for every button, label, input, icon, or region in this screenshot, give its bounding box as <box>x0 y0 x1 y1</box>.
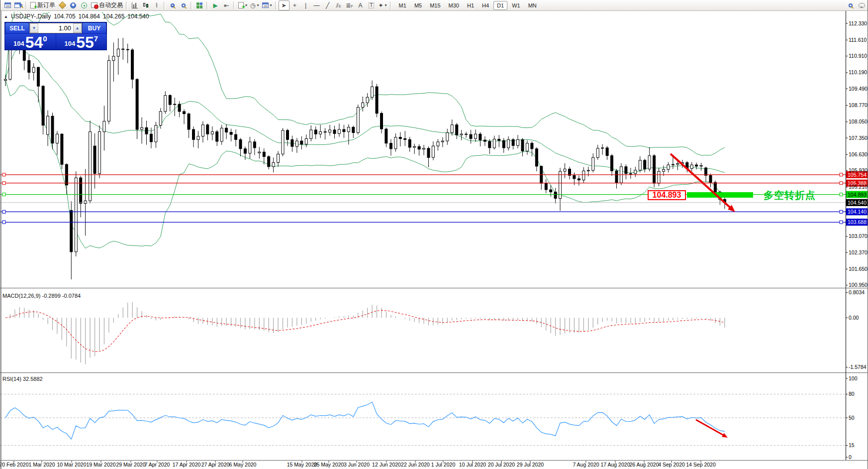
line-handle[interactable] <box>840 210 843 213</box>
zoom-out-button[interactable]: - <box>178 0 189 10</box>
new-order-button[interactable]: 新订单 <box>29 0 57 10</box>
timeframe-h1[interactable]: H1 <box>464 1 478 10</box>
candle-body <box>117 49 119 56</box>
highlight-rectangle[interactable] <box>687 192 753 198</box>
buy-button[interactable]: BUY <box>83 23 106 33</box>
candle-body <box>460 134 463 135</box>
profiles-button[interactable] <box>13 0 24 10</box>
buy-big-figure: 104 <box>64 40 75 47</box>
buy-price[interactable]: 104 55 7 <box>56 34 107 50</box>
timeframe-m30[interactable]: M30 <box>445 1 463 10</box>
line-handle[interactable] <box>2 193 5 196</box>
channel-button[interactable]: ⫽E <box>333 0 344 10</box>
caret-down-icon: ▾ <box>385 3 387 7</box>
trend-arrowhead <box>722 433 728 438</box>
horizontal-line-button[interactable]: — <box>311 0 322 10</box>
date-label: 4 Sep 2020 <box>658 462 685 468</box>
line-handle[interactable] <box>840 193 843 196</box>
candle-body <box>216 132 218 141</box>
panel-collapse-arrow[interactable]: ▲ <box>4 14 8 19</box>
template-icon <box>262 2 269 8</box>
timeframe-m15[interactable]: M15 <box>426 1 444 10</box>
candle-body <box>94 146 96 173</box>
arrows-button[interactable]: ✦▾ <box>377 0 388 10</box>
bar-chart-button[interactable] <box>129 0 140 10</box>
text-button[interactable]: A <box>355 0 366 10</box>
timeframe-mn[interactable]: MN <box>525 1 540 10</box>
timeframe-w1[interactable]: W1 <box>508 1 524 10</box>
candle-body <box>456 125 458 135</box>
line-handle[interactable] <box>2 173 5 176</box>
sell-button[interactable]: SELL <box>5 23 29 33</box>
search-button[interactable] <box>845 0 856 10</box>
trendline-button[interactable]: ╱ <box>322 0 333 10</box>
line-handle[interactable] <box>840 173 843 176</box>
candle-body <box>112 56 115 60</box>
community-button[interactable] <box>68 0 79 10</box>
cursor-icon: ➤ <box>282 2 287 8</box>
date-label: 17 Apr 2020 <box>173 462 201 468</box>
timeframe-d1[interactable]: D1 <box>493 1 507 10</box>
volume-input[interactable] <box>38 23 73 33</box>
candle-body <box>601 148 604 148</box>
price-callout-104893[interactable]: 104.893 <box>648 190 686 200</box>
trend-arrow[interactable] <box>671 154 733 210</box>
date-label: 10 Jul 2020 <box>459 462 486 468</box>
timeframe-m1[interactable]: M1 <box>395 1 410 10</box>
candle-body <box>413 146 416 147</box>
cursor-button[interactable]: ➤ <box>279 0 289 10</box>
axis-tick-label: 107.350 <box>849 135 868 141</box>
caret-down-icon: ▾ <box>257 3 259 7</box>
timeframe-h4[interactable]: H4 <box>479 1 492 10</box>
auto-scroll-button[interactable]: ▶ <box>210 0 221 10</box>
sell-price[interactable]: 104 54 0 <box>5 34 56 50</box>
line-handle[interactable] <box>2 221 5 224</box>
timeframe-m5[interactable]: M5 <box>411 1 425 10</box>
volume-up-button[interactable]: ▲ <box>73 23 82 33</box>
periods-button[interactable]: ◷▾ <box>249 0 261 10</box>
indicators-icon <box>238 2 244 8</box>
crosshair-button[interactable]: + <box>289 0 300 10</box>
line-handle[interactable] <box>2 210 5 213</box>
candle-body <box>639 160 641 170</box>
text-label-button[interactable]: T <box>366 0 377 10</box>
axis-tick-label: 101.650 <box>849 266 868 272</box>
tile-windows-button[interactable] <box>194 0 205 10</box>
candlestick-icon <box>143 2 149 8</box>
chat-button[interactable] <box>856 0 867 10</box>
autotrading-button[interactable]: 自动交易 <box>90 0 124 10</box>
chart-shift-button[interactable]: ⇤ <box>221 0 232 10</box>
fibonacci-button[interactable]: ≣F <box>344 0 355 10</box>
turning-point-note[interactable]: 多空转折点 <box>764 189 816 202</box>
candle-body <box>381 114 383 129</box>
candle-body <box>446 133 449 141</box>
zoom-in-button[interactable]: + <box>167 0 178 10</box>
volume-down-button[interactable]: ▼ <box>30 23 38 33</box>
toolbar-separator <box>206 1 208 9</box>
date-label: 17 Aug 2020 <box>601 462 630 468</box>
metaeditor-button[interactable] <box>57 0 68 10</box>
chart-list-button[interactable] <box>2 0 13 10</box>
date-label: 12 Jun 2020 <box>372 462 401 468</box>
toolbar-separator <box>164 1 166 9</box>
signals-button[interactable] <box>79 0 90 10</box>
candle-body <box>521 139 524 151</box>
candle-body <box>244 149 246 153</box>
indicators-button[interactable]: ▾ <box>237 0 249 10</box>
candle-body <box>136 79 138 129</box>
candlestick-button[interactable] <box>140 0 151 10</box>
trend-arrow[interactable] <box>696 420 725 436</box>
line-handle[interactable] <box>2 182 5 185</box>
candle-body <box>183 112 186 114</box>
metaeditor-icon <box>58 1 66 9</box>
candle-body <box>535 149 538 166</box>
candle-body <box>141 127 143 129</box>
price-tag-text: 104.140 <box>848 209 867 215</box>
candle-body <box>404 139 406 140</box>
vertical-line-button[interactable]: | <box>300 0 311 10</box>
templates-button[interactable]: ▾ <box>261 0 274 10</box>
line-chart-button[interactable]: ⌇ <box>151 0 162 10</box>
rsi-scale-label: 100 <box>849 375 858 381</box>
line-handle[interactable] <box>840 182 843 185</box>
line-handle[interactable] <box>840 221 843 224</box>
